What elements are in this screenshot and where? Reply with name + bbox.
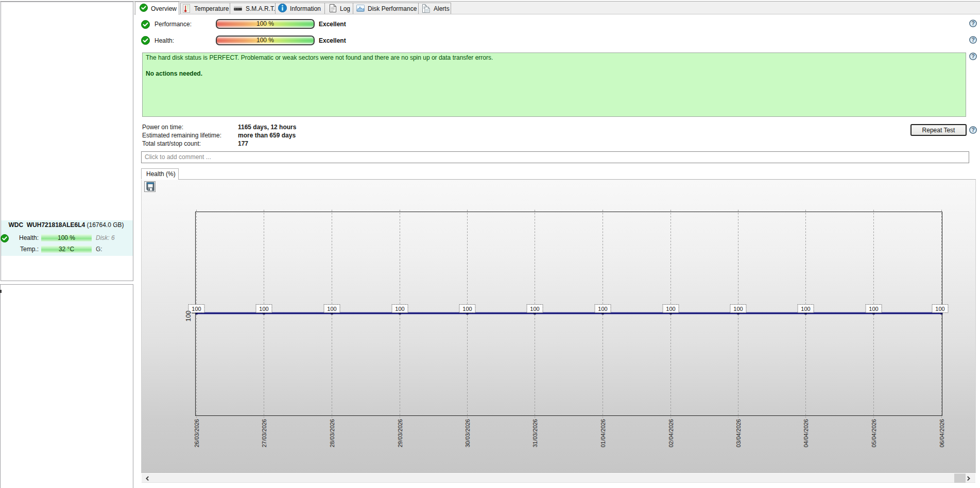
svg-text:28/03/2026: 28/03/2026	[329, 419, 335, 447]
svg-text:02/04/2026: 02/04/2026	[668, 419, 674, 447]
svg-text:31/03/2026: 31/03/2026	[532, 419, 538, 447]
svg-text:100: 100	[462, 306, 472, 312]
svg-text:100: 100	[259, 306, 268, 312]
svg-text:04/04/2026: 04/04/2026	[803, 419, 809, 447]
svg-text:27/03/2026: 27/03/2026	[261, 419, 267, 447]
svg-text:100: 100	[733, 306, 743, 312]
svg-text:06/04/2026: 06/04/2026	[939, 419, 945, 447]
svg-text:29/03/2026: 29/03/2026	[397, 419, 403, 447]
svg-text:100: 100	[395, 306, 404, 312]
svg-text:100: 100	[666, 306, 675, 312]
svg-text:100: 100	[935, 306, 944, 312]
svg-text:05/04/2026: 05/04/2026	[871, 419, 877, 447]
svg-text:100: 100	[598, 306, 607, 312]
svg-text:?: ?	[971, 20, 975, 26]
svg-text:01/04/2026: 01/04/2026	[600, 419, 606, 447]
svg-text:03/04/2026: 03/04/2026	[735, 419, 742, 447]
svg-text:30/03/2026: 30/03/2026	[465, 419, 471, 447]
svg-text:?: ?	[971, 37, 975, 43]
svg-text:?: ?	[971, 53, 975, 59]
svg-text:100: 100	[869, 306, 878, 312]
svg-text:26/03/2026: 26/03/2026	[194, 419, 200, 447]
svg-text:100: 100	[192, 306, 201, 312]
svg-text:100: 100	[184, 310, 192, 322]
svg-text:100: 100	[530, 306, 539, 312]
svg-text:100: 100	[801, 306, 810, 312]
svg-text:100: 100	[327, 306, 336, 312]
svg-text:?: ?	[971, 127, 975, 133]
